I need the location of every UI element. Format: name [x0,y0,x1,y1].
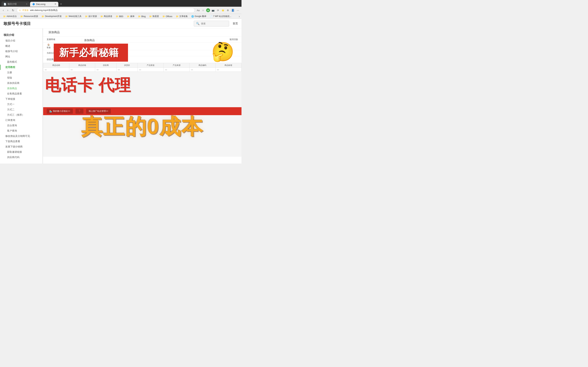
inner-path-sep1: > [67,52,69,54]
sidebar-item-supplier-code[interactable]: 供应商代码 [0,155,42,160]
back-button[interactable]: ‹ [2,8,5,13]
bookmark-offices-label: Offices [166,15,172,18]
content-area: 添加商品 直播商城 返回旧版 🏠客服 [43,28,242,164]
sidebar-item-commission[interactable]: 修改佣金及分销商可见 [0,133,42,139]
bookmark-bbs-label: BBS [119,15,123,18]
bookmark-design[interactable]: 📁 设计资源 [84,15,98,18]
collections-icon[interactable]: ⭐ [221,8,225,12]
bookmark-chendandan[interactable]: 📁 陈蛋蛋 [148,15,160,18]
sidebar-item-register[interactable]: 注册 [0,70,42,75]
sidebar-item-develop-sub[interactable]: 发展下级分销商 [0,144,42,150]
bookmark-blog-icon: 📁 [138,15,141,18]
site-title: 敢探号号卡项目 [4,21,194,26]
tab-1-title: 项目介绍 [8,2,17,6]
bookmark-media-icon: 📁 [127,15,130,18]
sidebar-item-method3[interactable]: 方式三（推荐） [0,112,42,118]
bookmark-blog[interactable]: 📁 Blog [137,15,147,18]
bookmark-offices-icon: 📁 [163,15,165,18]
header-search[interactable]: 🔍 [194,21,229,26]
inner-supplier-section: 供应商提供商品 [43,56,242,63]
bookmark-star-icon[interactable]: ☆ [201,8,205,12]
bookmark-offices[interactable]: 📁 Offices [161,15,174,18]
content-title-text: 添加商品 [48,31,60,34]
bookmark-webtools[interactable]: 📁 Web在线工具 [64,15,83,18]
home-link[interactable]: 首页 [233,22,238,25]
sidebar-item-method1[interactable]: 方式一 [0,102,42,107]
content-page-title: 添加商品 [43,28,242,37]
more-menu-icon[interactable]: ⋯ [236,8,240,12]
tab-2[interactable]: 🔷 DaLoong ✕ [30,2,58,7]
wiki-page: 敢探号号卡项目 🔍 首页 项目介绍 项目介绍 概述 敢探号介绍 网址 盈利模式 … [0,19,242,164]
sidebar-item-order-link[interactable]: 下单链接 [0,96,42,102]
col-sku: 商品编码 [190,63,216,68]
tab-add-button[interactable]: + [59,2,63,7]
bookmark-products[interactable]: 📁 商品渠道 [99,15,114,18]
inner-table-area: 商品名称 商品价格 供应商 供货价 产品渠道 产品来源 商品编码 商品标签 [43,63,242,72]
sidebar-item-overview[interactable]: 概述 [0,43,42,49]
sidebar-item-order-query[interactable]: 订单查询 [0,118,42,123]
bookmark-webtools-label: Web在线工具 [69,15,81,18]
forward-button[interactable]: › [6,8,9,13]
sidebar-item-login[interactable]: 登陆 [0,75,42,81]
cell-tag: — [216,68,242,72]
browser-toolbar: ‹ › ↻ ⚠ 不安全 wiki.daloong.top/#添加商品 Aa ☆ … [0,7,242,14]
inner-icon-msg[interactable]: 🔔消息 [76,44,79,49]
col-price: 商品价格 [69,63,95,68]
sidebar-item-method2[interactable]: 方式二 [0,107,42,112]
sidebar-item-customer-query[interactable]: 客户查询 [0,128,42,133]
reload-button[interactable]: ↻ [11,8,15,13]
sidebar-item-tutorial[interactable]: 使用教程 [0,65,20,70]
tab-2-title: DaLoong [36,3,45,6]
inner-icon-home[interactable]: 🏠客服 [47,44,51,49]
sync-icon[interactable]: ⟳ [216,8,220,12]
profile-avatar[interactable]: 👤 [231,8,235,12]
bookmark-dev-label: Development开发 [45,15,62,18]
bookmark-articles-label: 文章收集 [179,15,188,18]
sidebar-item-project-intro[interactable]: 项目介绍 [0,38,42,43]
reading-mode-icon[interactable]: Aa [196,8,200,12]
search-input[interactable] [201,22,226,25]
sidebar-item-add-product[interactable]: 添加商品 [0,86,42,91]
bookmark-resources-icon: 📁 [20,15,23,18]
bookmark-google-translate[interactable]: 🌐 Google 翻译 [190,15,208,18]
bookmark-wp-icon: 📄 [210,15,213,18]
bookmark-dev[interactable]: 📁 Development开发 [40,15,63,18]
bookmark-bbs[interactable]: 📁 BBS [114,15,125,18]
bookmark-articles[interactable]: 📁 文章收集 [174,15,189,18]
inner-back-btn[interactable]: 返回旧版 [229,38,238,41]
bookmark-admin-icon: 📁 [3,15,6,18]
inner-icon-knowledge[interactable]: 📚知识库 [67,44,73,49]
tab-2-close[interactable]: ✕ [54,3,56,5]
sidebar-item-profit-model[interactable]: 盈利模式 [0,59,42,65]
video-background: 直播商城 返回旧版 🏠客服 ⚙设置 ❓帮助 📚知识库 🔔消息 欢迎 achar [43,37,242,157]
sidebar-item-view-products[interactable]: 在售商品查看 [0,91,42,96]
address-bar[interactable]: ⚠ 不安全 wiki.daloong.top/#添加商品 [17,8,195,13]
bookmark-wp[interactable]: 📄 7 WP 站点性能优... [208,15,233,18]
settings-icon[interactable]: ⚙ [226,8,230,12]
browser-tabs: 📄 项目介绍 ✕ 🔷 DaLoong ✕ + [0,0,242,7]
inner-icon-help[interactable]: ❓帮助 [60,44,64,49]
sidebar-item-backend-query[interactable]: 后台查询 [0,123,42,128]
tab-1[interactable]: 📄 项目介绍 ✕ [1,1,30,7]
sidebar-section-tutorial: 使用教程 [0,65,42,70]
bookmark-media[interactable]: 📁 媒体 [126,15,136,18]
bookmark-resources[interactable]: 📁 Resources资源 [19,15,39,18]
screenshot-icon[interactable]: 📷 [211,8,215,12]
extension-icon[interactable]: ● [206,8,210,12]
bookmark-chendandan-label: 陈蛋蛋 [153,15,159,18]
sidebar-item-delisted[interactable]: 下架商品查看 [0,139,42,144]
sidebar-item-invite-link[interactable]: 获取邀请链接 [0,150,42,155]
inner-breadcrumb: 当前位置： 分销应用 > 在售商品管理 > 供应商商品 [43,50,242,56]
inner-icon-settings[interactable]: ⚙设置 [53,44,57,49]
inner-location-path: 分销应用 [58,52,66,54]
cell-sku: — [190,68,216,72]
sidebar: 项目介绍 项目介绍 概述 敢探号介绍 网址 盈利模式 使用教程 注册 登陆 添加… [0,28,43,164]
bookmarks-more-button[interactable]: › [239,15,240,18]
bookmark-admin[interactable]: 📁 Admin后台 [2,15,18,18]
sidebar-item-add-supplier[interactable]: 添加供应商 [0,81,42,86]
sidebar-item-url[interactable]: 网址 [0,54,42,59]
sidebar-item-gantanhao-intro[interactable]: 敢探号介绍 [0,49,42,54]
inner-icons-row: 🏠客服 ⚙设置 ❓帮助 📚知识库 🔔消息 欢迎 achar [43,42,242,50]
tab-1-close[interactable]: ✕ [26,3,28,5]
bookmark-products-icon: 📁 [100,15,103,18]
